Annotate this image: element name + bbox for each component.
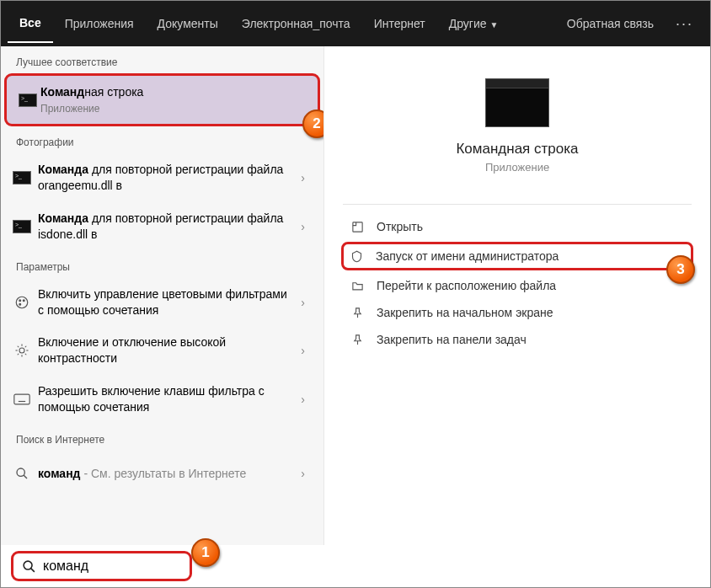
- chevron-right-icon: ›: [296, 344, 310, 357]
- svg-line-25: [31, 568, 35, 571]
- chevron-right-icon: ›: [296, 171, 310, 184]
- search-icon: [13, 466, 31, 481]
- svg-line-9: [18, 346, 19, 348]
- svg-point-0: [16, 297, 28, 308]
- search-bar: 1: [1, 545, 710, 587]
- open-icon: [348, 221, 366, 233]
- svg-point-4: [19, 348, 24, 353]
- chevron-right-icon: ›: [296, 467, 310, 480]
- tab-more[interactable]: Другие▼: [437, 5, 511, 42]
- svg-point-2: [23, 299, 24, 301]
- chevron-down-icon: ▼: [490, 20, 499, 29]
- pin-icon: [348, 307, 366, 319]
- section-photos: Фотографии: [1, 126, 323, 153]
- svg-point-19: [17, 468, 24, 476]
- tab-documents[interactable]: Документы: [146, 5, 230, 42]
- action-run-as-admin[interactable]: Запуск от имени администратора: [341, 242, 693, 270]
- svg-line-11: [18, 354, 19, 355]
- tab-email[interactable]: Электронная_почта: [230, 5, 362, 42]
- result-high-contrast[interactable]: Включение и отключение высокой контрастн…: [1, 326, 323, 375]
- svg-line-10: [25, 354, 27, 355]
- result-command-prompt[interactable]: Командная строка Приложение 2: [4, 73, 320, 126]
- chevron-right-icon: ›: [296, 296, 310, 309]
- section-settings: Параметры: [1, 251, 323, 278]
- more-menu-icon[interactable]: ···: [666, 15, 703, 33]
- section-web: Поиск в Интернете: [1, 424, 323, 451]
- folder-icon: [348, 280, 366, 292]
- shield-icon: [347, 250, 366, 263]
- search-icon: [22, 559, 36, 574]
- action-pin-start[interactable]: Закрепить на начальном экране: [343, 299, 692, 326]
- app-type: Приложение: [343, 161, 692, 174]
- annotation-badge-2: 2: [302, 110, 324, 138]
- search-input[interactable]: [43, 559, 211, 574]
- svg-rect-21: [352, 222, 361, 231]
- feedback-link[interactable]: Обратная связь: [555, 5, 666, 42]
- app-thumbnail-icon: [485, 78, 549, 127]
- divider: [343, 204, 692, 205]
- app-title: Командная строка: [343, 141, 692, 158]
- search-filter-tabs: Все Приложения Документы Электронная_поч…: [1, 1, 710, 46]
- brightness-icon: [13, 343, 31, 358]
- cmd-icon: [13, 219, 31, 234]
- result-color-filters[interactable]: Включить управление цветовыми фильтрами …: [1, 278, 323, 327]
- result-filter-keys[interactable]: Разрешить включение клавиш фильтра с пом…: [1, 375, 323, 424]
- svg-line-20: [24, 475, 27, 478]
- result-web-search[interactable]: команд - См. результаты в Интернете ›: [1, 451, 323, 496]
- pin-icon: [348, 334, 366, 346]
- svg-rect-13: [14, 394, 29, 404]
- svg-point-1: [19, 299, 21, 301]
- tab-apps[interactable]: Приложения: [53, 5, 146, 42]
- chevron-right-icon: ›: [296, 393, 310, 406]
- action-open[interactable]: Открыть: [343, 213, 692, 240]
- tab-internet[interactable]: Интернет: [362, 5, 437, 42]
- cmd-icon: [19, 93, 37, 108]
- result-photo-isdone[interactable]: Команда для повторной регистрации файла …: [1, 202, 323, 251]
- svg-point-3: [19, 303, 21, 305]
- results-panel: Лучшее соответствие Командная строка При…: [1, 46, 324, 545]
- palette-icon: [13, 295, 31, 310]
- result-photo-orangeemu[interactable]: Команда для повторной регистрации файла …: [1, 153, 323, 202]
- annotation-badge-1: 1: [191, 538, 220, 567]
- action-pin-taskbar[interactable]: Закрепить на панели задач: [343, 326, 692, 353]
- action-open-location[interactable]: Перейти к расположению файла: [343, 272, 692, 299]
- preview-panel: Командная строка Приложение Открыть Запу…: [324, 46, 710, 545]
- cmd-icon: [13, 170, 31, 185]
- tab-all[interactable]: Все: [8, 4, 53, 43]
- svg-line-12: [25, 346, 27, 348]
- annotation-badge-3: 3: [666, 255, 695, 284]
- chevron-right-icon: ›: [296, 220, 310, 233]
- keyboard-icon: [13, 392, 31, 407]
- section-best-match: Лучшее соответствие: [1, 46, 323, 73]
- svg-point-24: [24, 561, 32, 569]
